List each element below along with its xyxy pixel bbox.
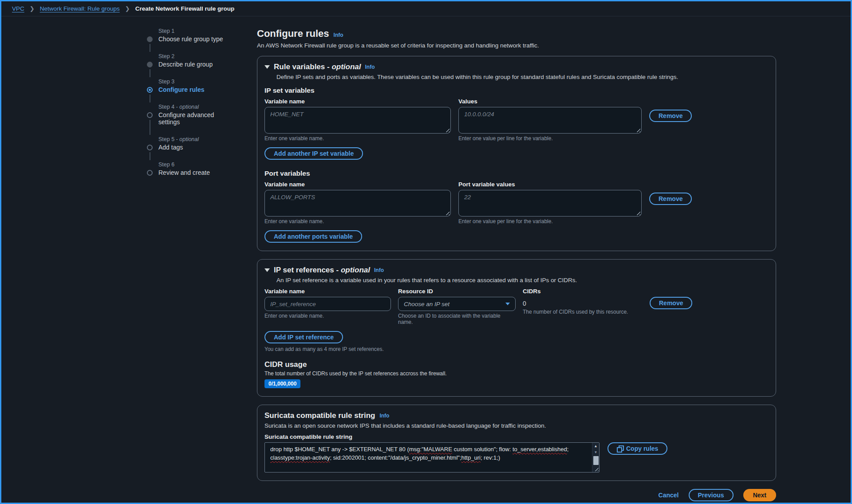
rule-variables-card: Rule variables - optional Info Define IP… [257, 56, 776, 251]
ip-set-variable-name-input[interactable] [264, 107, 451, 134]
previous-button[interactable]: Previous [689, 489, 734, 501]
step-item-6: Step 6 Review and create [147, 161, 236, 187]
step-link-add-tags[interactable]: Add tags [158, 144, 236, 151]
collapse-caret-icon[interactable] [264, 268, 270, 272]
collapse-caret-icon[interactable] [264, 65, 270, 69]
cidr-usage-badge: 0/1,000,000 [264, 379, 300, 388]
step-todo-icon [147, 112, 153, 118]
chevron-right-icon: ❯ [125, 5, 130, 12]
suricata-rule-input[interactable]: drop http $HOME_NET any -> $EXTERNAL_NET… [265, 443, 599, 472]
breadcrumb-current: Create Network Firewall rule group [135, 5, 235, 12]
variable-name-help: Enter one variable name. [264, 135, 451, 142]
port-values-help: Enter one value per line for the variabl… [458, 218, 642, 224]
step-item-4: Step 4 - optional Configure advanced set… [147, 104, 236, 136]
wizard-steps-nav: Step 1 Choose rule group type Step 2 Des… [147, 28, 236, 504]
rule-scrollbar[interactable]: ▲ ▼ [592, 443, 599, 472]
remove-port-variable-button[interactable]: Remove [649, 193, 692, 205]
step-item-2: Step 2 Describe rule group [147, 53, 236, 79]
section-title-suricata: Suricata compatible rule string [264, 411, 375, 420]
copy-icon [617, 445, 623, 452]
ip-set-reference-name-input[interactable] [264, 297, 391, 311]
resize-grip-icon[interactable] [592, 466, 600, 472]
variable-name-label: Variable name [264, 98, 451, 105]
breadcrumb-link-vpc[interactable]: VPC [12, 5, 24, 12]
suricata-rule-box: drop http $HOME_NET any -> $EXTERNAL_NET… [264, 442, 600, 472]
cidrs-help: The number of CIDRs used by this resourc… [523, 309, 643, 315]
resource-id-label: Resource ID [398, 288, 516, 295]
scroll-up-icon[interactable]: ▲ [592, 443, 600, 449]
variable-name-help: Enter one variable name. [264, 218, 451, 224]
ip-set-references-card: IP set references - optional Info An IP … [257, 259, 776, 397]
step-done-icon [147, 36, 153, 42]
step-link-configure-rules[interactable]: Configure rules [158, 86, 236, 93]
section-title-rule-variables: Rule variables - optional [274, 63, 361, 71]
add-ip-set-variable-button[interactable]: Add another IP set variable [264, 147, 363, 160]
page-title: Configure rules [257, 28, 329, 39]
port-variable-name-input[interactable] [264, 190, 451, 217]
step-todo-icon [147, 145, 153, 150]
page-description: An AWS Network Firewall rule group is a … [257, 42, 776, 49]
remove-ip-set-variable-button[interactable]: Remove [649, 110, 692, 122]
variable-name-help: Enter one variable name. [264, 313, 391, 319]
chevron-down-icon [505, 303, 510, 305]
step-item-1: Step 1 Choose rule group type [147, 28, 236, 53]
section-description: Suricata is an open source network IPS t… [264, 422, 767, 429]
variable-name-label: Variable name [264, 288, 391, 295]
cidrs-count: 0 [523, 297, 643, 307]
port-values-input[interactable] [458, 190, 642, 217]
cancel-button[interactable]: Cancel [659, 492, 679, 499]
suricata-card: Suricata compatible rule string Info Sur… [257, 405, 776, 481]
breadcrumb: VPC ❯ Network Firewall: Rule groups ❯ Cr… [1, 1, 851, 16]
ip-set-values-input[interactable] [458, 107, 642, 134]
app-window: VPC ❯ Network Firewall: Rule groups ❯ Cr… [0, 0, 852, 504]
step-link-choose-rule-group-type[interactable]: Choose rule group type [158, 35, 236, 43]
ip-set-variables-heading: IP set variables [264, 87, 767, 94]
values-help: Enter one value per line for the variabl… [458, 135, 642, 142]
step-item-5: Step 5 - optional Add tags [147, 136, 236, 161]
section-title-ip-set-references: IP set references - optional [274, 266, 370, 275]
cidr-usage-description: The total number of CIDRs used by the IP… [264, 370, 767, 377]
values-label: Values [458, 98, 642, 105]
suricata-rule-label: Suricata compatible rule string [264, 433, 767, 440]
step-link-describe-rule-group[interactable]: Describe rule group [158, 61, 236, 68]
section-description: Define IP sets and ports as variables. T… [276, 74, 767, 80]
port-variables-heading: Port variables [264, 169, 767, 177]
port-values-label: Port variable values [458, 181, 642, 188]
copy-rules-button[interactable]: Copy rules [607, 442, 667, 455]
info-link[interactable]: Info [334, 32, 343, 38]
remove-ip-set-reference-button[interactable]: Remove [650, 297, 692, 309]
breadcrumb-link-rule-groups[interactable]: Network Firewall: Rule groups [40, 5, 120, 12]
scroll-down-icon[interactable]: ▼ [592, 449, 600, 455]
variable-name-label: Variable name [264, 181, 451, 188]
step-item-3: Step 3 Configure rules [147, 79, 236, 104]
add-ip-set-reference-button[interactable]: Add IP set reference [264, 331, 343, 343]
info-link[interactable]: Info [374, 267, 384, 273]
resource-id-help: Choose an ID to associate with the varia… [398, 313, 516, 325]
resource-id-select[interactable]: Choose an IP set [398, 297, 516, 311]
step-link-review-and-create[interactable]: Review and create [158, 169, 236, 176]
add-port-variable-button[interactable]: Add another ports variable [264, 230, 362, 243]
step-done-icon [147, 62, 153, 67]
chevron-right-icon: ❯ [30, 5, 35, 12]
cidrs-label: CIDRs [523, 288, 643, 295]
info-link[interactable]: Info [365, 64, 375, 70]
wizard-actions: Cancel Previous Next [257, 489, 776, 501]
section-description: An IP set reference is a variable used i… [276, 277, 767, 284]
info-link[interactable]: Info [379, 413, 389, 419]
step-todo-icon [147, 170, 153, 176]
cidr-usage-title: CIDR usage [264, 360, 767, 369]
scrollbar-thumb[interactable] [593, 456, 599, 465]
step-link-configure-advanced-settings[interactable]: Configure advanced settings [158, 111, 236, 126]
next-button[interactable]: Next [743, 489, 776, 501]
step-current-icon [147, 87, 153, 93]
add-ip-set-reference-help: You can add as many as 4 more IP set ref… [264, 346, 767, 352]
